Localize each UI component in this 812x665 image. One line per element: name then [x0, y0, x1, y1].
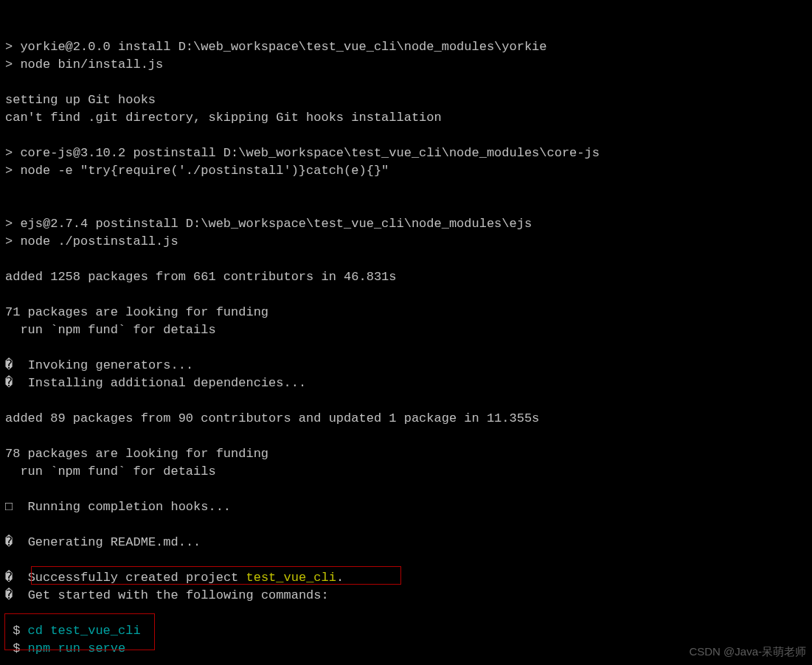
terminal-text: run `npm fund` for details	[5, 464, 216, 478]
terminal-text: $	[5, 641, 20, 655]
terminal-text: added 1258 packages from 661 contributor…	[5, 270, 397, 284]
terminal-text: run `npm fund` for details	[5, 323, 216, 337]
terminal-text: > core-js@3.10.2 postinstall D:\web_work…	[5, 146, 600, 160]
terminal-line: > core-js@3.10.2 postinstall D:\web_work…	[5, 145, 812, 162]
terminal-line: 78 packages are looking for funding	[5, 445, 812, 463]
terminal-line	[5, 180, 812, 198]
terminal-line: $ cd test_vue_cli	[5, 622, 812, 640]
terminal-text: Running completion hooks...	[13, 500, 231, 514]
terminal-text: can't find .git directory, skipping Git …	[5, 111, 442, 125]
terminal-text: 71 packages are looking for funding	[5, 305, 268, 319]
terminal-text: > node -e "try{require('./postinstall')}…	[5, 164, 389, 178]
terminal-text: □	[5, 500, 13, 514]
terminal-line	[5, 428, 812, 445]
terminal-text: �	[5, 535, 13, 549]
terminal-line: > yorkie@2.0.0 install D:\web_workspace\…	[5, 38, 812, 56]
terminal-line	[5, 286, 812, 304]
terminal-line: added 89 packages from 90 contributors a…	[5, 410, 812, 428]
terminal-text: added 89 packages from 90 contributors a…	[5, 411, 539, 425]
terminal-line: 71 packages are looking for funding	[5, 304, 812, 321]
terminal-text: 78 packages are looking for funding	[5, 447, 268, 461]
terminal-text: �	[5, 588, 13, 602]
terminal-line	[5, 392, 812, 410]
terminal-line: added 1258 packages from 661 contributor…	[5, 268, 812, 286]
terminal-text: Invoking generators...	[13, 358, 193, 372]
terminal-text: Installing additional dependencies...	[13, 376, 306, 390]
terminal-line	[5, 551, 812, 569]
terminal-line	[5, 198, 812, 215]
terminal-line: □ Running completion hooks...	[5, 498, 812, 516]
terminal-text: �	[5, 571, 13, 585]
terminal-line: � Invoking generators...	[5, 357, 812, 375]
terminal-text: �	[5, 376, 13, 390]
terminal-line: setting up Git hooks	[5, 91, 812, 109]
terminal-line: � Generating README.md...	[5, 534, 812, 551]
terminal-line	[5, 74, 812, 91]
terminal-line: > node bin/install.js	[5, 56, 812, 74]
terminal-line	[5, 516, 812, 534]
terminal-line	[5, 127, 812, 145]
terminal-line: > node ./postinstall.js	[5, 233, 812, 251]
terminal-line	[5, 605, 812, 622]
terminal-line: > node -e "try{require('./postinstall')}…	[5, 162, 812, 180]
terminal-line: � Successfully created project test_vue_…	[5, 569, 812, 587]
terminal-text: > yorkie@2.0.0 install D:\web_workspace\…	[5, 40, 547, 54]
terminal-output[interactable]: > yorkie@2.0.0 install D:\web_workspace\…	[5, 0, 812, 658]
terminal-line: > ejs@2.7.4 postinstall D:\web_workspace…	[5, 215, 812, 233]
terminal-text: .	[336, 571, 344, 585]
terminal-line: can't find .git directory, skipping Git …	[5, 109, 812, 127]
terminal-text: setting up Git hooks	[5, 93, 156, 107]
terminal-line: $ npm run serve	[5, 640, 812, 658]
terminal-line	[5, 251, 812, 268]
terminal-line: run `npm fund` for details	[5, 463, 812, 481]
terminal-text: test_vue_cli	[246, 571, 336, 585]
terminal-text: > node bin/install.js	[5, 58, 163, 72]
terminal-text: Successfully created project	[13, 571, 246, 585]
terminal-text: $	[5, 624, 20, 638]
terminal-line	[5, 481, 812, 498]
terminal-line: run `npm fund` for details	[5, 321, 812, 339]
terminal-text: Get started with the following commands:	[13, 588, 328, 602]
terminal-text: > ejs@2.7.4 postinstall D:\web_workspace…	[5, 217, 532, 231]
terminal-line: � Get started with the following command…	[5, 587, 812, 605]
terminal-line	[5, 339, 812, 357]
terminal-line: � Installing additional dependencies...	[5, 375, 812, 392]
terminal-text: �	[5, 358, 13, 372]
terminal-text: > node ./postinstall.js	[5, 234, 178, 248]
terminal-text: cd test_vue_cli	[20, 624, 140, 638]
terminal-text: npm run serve	[20, 641, 125, 655]
terminal-text: Generating README.md...	[13, 535, 201, 549]
